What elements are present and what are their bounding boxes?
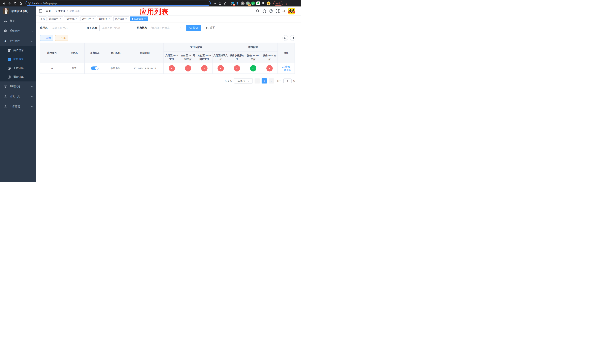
col-header-wx-mini: 微信小程序支付 [229, 52, 245, 63]
tab-process-form[interactable]: 流程表单 × [48, 16, 63, 21]
close-icon[interactable]: × [108, 18, 111, 20]
prev-page-button[interactable]: ‹ [255, 78, 260, 84]
tab-refund-order[interactable]: 退款订单 × [97, 16, 112, 21]
page-1-button[interactable]: 1 [262, 78, 267, 84]
home-icon[interactable] [19, 1, 23, 6]
sidebar-item-home[interactable]: 首页 [0, 16, 36, 26]
cell-alipay-qr: × [213, 63, 229, 74]
avatar[interactable] [288, 8, 295, 14]
cell-wx-jsapi: ✓ [245, 63, 261, 74]
enabled-toggle[interactable] [91, 66, 98, 70]
tab-label: 流程表单 [49, 17, 58, 20]
extension-emoji-icon[interactable] [267, 1, 270, 5]
delete-link[interactable]: 删除 [284, 68, 291, 72]
close-icon[interactable]: × [92, 18, 94, 20]
sidebar-item-label: 应用信息 [13, 58, 33, 61]
back-icon[interactable] [2, 1, 6, 6]
chrome-update-button[interactable]: 更新 [273, 1, 283, 6]
page-size-value: 10条/页 [237, 79, 246, 83]
share-icon[interactable] [218, 1, 222, 6]
close-icon[interactable]: × [59, 18, 61, 20]
screen: i localhost:1024/pay/app 10 ⌘ 1 [0, 0, 301, 182]
svg-text:?: ? [270, 10, 272, 12]
chevron-down-icon [31, 95, 33, 98]
cell-created: 2021-10-23 08:49:25 [126, 63, 164, 74]
breadcrumb-home[interactable]: 首页 [46, 10, 51, 13]
font-size-icon[interactable]: TT [282, 9, 286, 13]
sidebar-item-app-info[interactable]: 应用信息 [0, 55, 36, 64]
app-logo[interactable]: 芋道管理系统 [0, 7, 36, 16]
sidebar-item-label: 基础设施 [10, 85, 29, 88]
page-size-select[interactable]: 10条/页 [234, 78, 253, 84]
url-text[interactable]: localhost:1024/pay/app [32, 2, 58, 5]
breadcrumb-separator: / [67, 10, 68, 13]
extension-chat-icon[interactable] [256, 1, 260, 5]
close-icon[interactable]: × [144, 18, 146, 20]
col-header-wx-app: 微信 APP 支付 [261, 52, 278, 63]
sidebar-collapse-icon[interactable] [39, 9, 43, 13]
password-key-icon[interactable] [213, 1, 217, 6]
next-page-button[interactable]: › [269, 78, 274, 84]
merchant-name-input[interactable] [99, 25, 131, 31]
refresh-table-button[interactable] [290, 35, 295, 41]
forward-icon[interactable] [7, 1, 12, 6]
tab-home[interactable]: 首页 [39, 16, 46, 21]
tab-pay-order[interactable]: 支付订单 × [81, 16, 96, 21]
extension-tiles-icon[interactable]: 10 [230, 1, 234, 5]
sidebar-item-merchant-info[interactable]: 商户信息 [0, 46, 36, 55]
cell-status [85, 63, 105, 74]
github-icon[interactable] [262, 9, 267, 13]
sidebar-item-system[interactable]: 系统管理 [0, 26, 36, 36]
toggle-search-button[interactable] [282, 35, 288, 41]
sidebar-item-payment[interactable]: ¥ 支付管理 [0, 36, 36, 46]
search-icon[interactable] [256, 9, 260, 13]
export-button[interactable]: 导出 [55, 35, 68, 41]
sidebar-item-infrastructure[interactable]: 基础设施 [0, 81, 36, 91]
close-icon[interactable]: × [125, 18, 127, 20]
extension-command-icon[interactable]: ⌘ [241, 1, 245, 5]
sidebar-item-workflow[interactable]: 工作流程 [0, 101, 36, 111]
status-circle[interactable]: × [266, 65, 273, 72]
address-bar[interactable]: i localhost:1024/pay/app [26, 1, 211, 6]
breadcrumb-payment[interactable]: 支付管理 [55, 10, 65, 13]
tab-label: 退款订单 [99, 17, 108, 20]
site-info-icon[interactable]: i [28, 2, 31, 5]
status-circle[interactable]: ✓ [250, 65, 256, 72]
tab-app-info[interactable]: 应用信息 × [130, 16, 148, 21]
app-name-input[interactable] [50, 25, 81, 31]
status-select[interactable]: 请选择开启状态 [149, 25, 184, 31]
close-icon[interactable]: × [75, 18, 78, 20]
url-path: :1024/pay/app [42, 2, 58, 5]
extension-y-icon[interactable]: y [251, 1, 255, 5]
status-circle[interactable]: × [185, 65, 191, 72]
status-circle[interactable]: × [169, 65, 175, 72]
edit-link[interactable]: 修改 [282, 65, 290, 68]
reset-button[interactable]: 重置 [203, 25, 218, 31]
extension-session-icon[interactable]: 1 [246, 1, 250, 5]
extension-badge: 1 [248, 4, 251, 6]
status-circle[interactable]: × [201, 65, 207, 72]
tags-view-bar: 首页 流程表单 × 用户分组 × 支付订单 × 退款订单 × [36, 16, 301, 22]
bookmark-star-icon[interactable] [223, 1, 227, 6]
sidebar-item-pay-order[interactable]: 支付订单 [0, 64, 36, 73]
fullscreen-icon[interactable] [276, 9, 280, 13]
sidebar-item-dev-tools[interactable]: 研发工具 [0, 91, 36, 101]
search-button[interactable]: 搜索 [186, 25, 201, 31]
tab-merchant-info[interactable]: 商户信息 × [113, 16, 129, 21]
status-circle[interactable]: × [217, 65, 224, 72]
browser-menu-icon[interactable] [285, 1, 288, 5]
tab-user-group[interactable]: 用户分组 × [64, 16, 79, 21]
help-icon[interactable]: ? [269, 9, 273, 13]
goto-page-input[interactable] [283, 78, 291, 83]
pagination: 共 1 条 10条/页 ‹ 1 › 前往 页 [40, 78, 295, 89]
gear-icon [4, 30, 7, 32]
status-circle[interactable]: × [234, 65, 240, 72]
extension-kite-icon[interactable] [236, 1, 239, 5]
avatar-caret-icon[interactable]: ▾ [298, 10, 298, 12]
cell-app-name: 芋道 [64, 63, 85, 74]
extensions-puzzle-icon[interactable] [261, 1, 265, 5]
add-button[interactable]: ＋ 新增 [40, 35, 53, 41]
toolbox-icon [4, 95, 7, 98]
reload-icon[interactable] [13, 1, 17, 6]
sidebar-item-refund-order[interactable]: 退款订单 [0, 73, 36, 81]
